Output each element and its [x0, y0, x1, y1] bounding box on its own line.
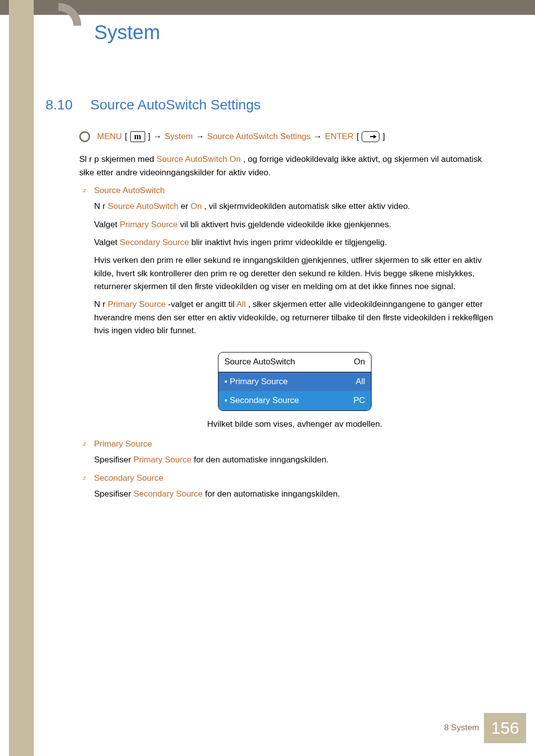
section-heading: 8.10 Source AutoSwitch Settings [46, 94, 261, 115]
subhead-secondary-source: z Secondary Source [79, 472, 495, 485]
nav-arrow: → [196, 130, 204, 143]
osd-row-primary-source: • Primary Source All [218, 372, 371, 391]
osd-row-secondary-source: • Secondary Source PC [218, 391, 371, 410]
content-area: MENU [ m ] → System → Source AutoSwitch … [79, 126, 495, 505]
sas-p4: Hvis verken den prim re eller sekund re … [94, 254, 495, 293]
footer: 8 System 156 [444, 713, 526, 743]
sas-p1: N r Source AutoSwitch er On , vil skjerm… [94, 200, 495, 213]
secondary-source-block: Spesifiser Secondary Source for den auto… [94, 488, 495, 501]
osd-row-label: Source AutoSwitch [224, 355, 295, 368]
footer-chapter: 8 System [444, 721, 479, 734]
osd-menu: Source AutoSwitch On • Primary Source Al… [218, 352, 372, 410]
osd-row-value: All [356, 375, 365, 388]
osd-row-label: • Secondary Source [224, 394, 299, 407]
sas-p2: Valget Primary Source vil bli aktivert h… [94, 218, 495, 231]
subhead-source-autoswitch: z Source AutoSwitch [79, 184, 495, 197]
subhead-primary-source: z Primary Source [79, 438, 495, 451]
nav-enter-label: ENTER [325, 130, 354, 143]
osd-row-value: PC [353, 394, 365, 407]
nav-arrow: → [314, 130, 322, 143]
menu-button-icon: m [130, 131, 145, 142]
enter-button-icon [362, 131, 379, 142]
sas-p5: N r Primary Source -valget er angitt til… [94, 298, 495, 337]
bullet-icon: z [83, 188, 86, 193]
nav-item-system: System [165, 130, 193, 143]
chapter-title: System [94, 17, 160, 48]
ss-p1: Spesifiser Secondary Source for den auto… [94, 488, 495, 501]
osd-row-source-autoswitch: Source AutoSwitch On [218, 353, 371, 372]
left-margin-stripe [9, 0, 34, 756]
nav-path: MENU [ m ] → System → Source AutoSwitch … [79, 130, 495, 143]
section-number: 8.10 [46, 97, 73, 112]
nav-arrow: → [154, 130, 162, 143]
bullet-icon: z [83, 441, 86, 447]
nav-item-sas: Source AutoSwitch Settings [207, 130, 311, 143]
sas-p3: Valget Secondary Source blir inaktivt hv… [94, 236, 495, 249]
header-bar [0, 0, 535, 15]
osd-row-label: • Primary Source [224, 375, 288, 388]
primary-source-block: Spesifiser Primary Source for den automa… [94, 454, 495, 466]
nav-bullet-icon [79, 131, 90, 142]
section-title: Source AutoSwitch Settings [90, 97, 261, 112]
intro-paragraph: Sl r p skjermen med Source AutoSwitch On… [79, 153, 495, 179]
page-number: 156 [484, 713, 526, 743]
osd-caption: Hvilket bilde som vises, avhenger av mod… [94, 418, 495, 431]
osd-row-value: On [354, 355, 365, 368]
source-autoswitch-block: N r Source AutoSwitch er On , vil skjerm… [94, 200, 495, 430]
bullet-icon: z [83, 475, 86, 481]
ps-p1: Spesifiser Primary Source for den automa… [94, 454, 495, 466]
nav-menu-label: MENU [97, 130, 122, 143]
